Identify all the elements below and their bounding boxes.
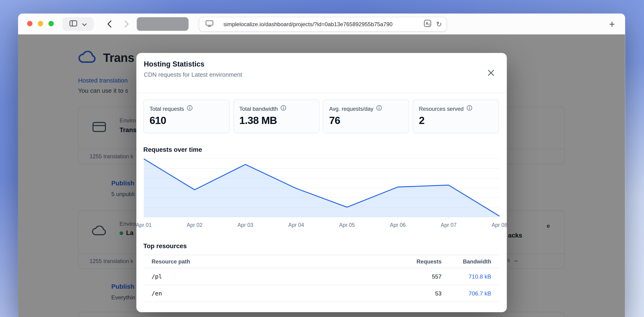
- bandwidth-link[interactable]: 706.7 kB: [442, 290, 499, 297]
- new-tab-button[interactable]: +: [604, 17, 620, 30]
- info-icon[interactable]: [187, 105, 193, 112]
- x-axis-label: Apr 03: [238, 222, 253, 228]
- info-icon[interactable]: [466, 105, 472, 112]
- table-row: /en 53 706.7 kB: [143, 285, 499, 302]
- stats-row: Total requests 610 Total bandwidth 1.38 …: [143, 99, 499, 133]
- back-button[interactable]: [102, 17, 117, 30]
- x-axis-label: Apr 06: [390, 222, 406, 228]
- close-icon: [488, 69, 494, 76]
- minimize-window-button[interactable]: [38, 21, 44, 26]
- x-axis-labels: Apr 01Apr 02Apr 03Apr 04Apr 05Apr 06Apr …: [144, 222, 500, 229]
- background-tab: [137, 17, 188, 30]
- requests-chart: [144, 158, 500, 220]
- reload-button[interactable]: ↻: [436, 21, 442, 27]
- modal-title: Hosting Statistics: [144, 60, 500, 68]
- stat-card-total-bandwidth: Total bandwidth 1.38 MB: [233, 99, 320, 133]
- chevron-right-icon: [124, 20, 129, 28]
- modal-header: Hosting Statistics CDN requests for Late…: [136, 53, 507, 93]
- stat-card-resources-served: Resources served 2: [413, 99, 499, 133]
- modal-body: Total requests 610 Total bandwidth 1.38 …: [136, 93, 507, 302]
- svg-text:文: 文: [428, 23, 430, 26]
- stat-value: 610: [150, 114, 224, 126]
- close-modal-button[interactable]: [486, 68, 496, 77]
- stat-card-avg-requests: Avg. requests/day 76: [323, 99, 409, 133]
- bandwidth-link[interactable]: 710.8 kB: [442, 273, 499, 280]
- website-icon: [205, 20, 214, 28]
- browser-toolbar: simplelocalize.io/dashboard/projects/?id…: [18, 13, 625, 34]
- url-field[interactable]: simplelocalize.io/dashboard/projects/?id…: [199, 17, 447, 32]
- url-text: simplelocalize.io/dashboard/projects/?id…: [224, 21, 416, 27]
- browser-window: simplelocalize.io/dashboard/projects/?id…: [18, 13, 625, 317]
- modal-subtitle: CDN requests for Latest environment: [144, 71, 500, 78]
- chevron-down-icon: [82, 20, 86, 28]
- x-axis-label: Apr 01: [136, 222, 152, 228]
- x-axis-label: Apr 05: [339, 222, 355, 228]
- sidebar-toggle-button[interactable]: [62, 17, 94, 30]
- x-axis-label: Apr 08: [492, 222, 507, 228]
- chevron-left-icon: [107, 20, 111, 28]
- desktop-wallpaper: simplelocalize.io/dashboard/projects/?id…: [0, 0, 644, 317]
- table-section-title: Top resources: [143, 242, 499, 250]
- x-axis-label: Apr 02: [187, 222, 202, 228]
- table-row: /pl 557 710.8 kB: [143, 268, 499, 285]
- hosting-statistics-modal: Hosting Statistics CDN requests for Late…: [136, 53, 507, 312]
- translate-icon[interactable]: A文: [424, 20, 431, 29]
- resource-path-cell: /pl: [143, 273, 392, 280]
- table-header-row: Resource path Requests Bandwidth: [143, 255, 499, 268]
- traffic-lights: [27, 21, 54, 26]
- zoom-window-button[interactable]: [48, 21, 54, 26]
- stat-value: 2: [419, 114, 493, 126]
- info-icon[interactable]: [376, 105, 382, 112]
- stat-label: Total bandwidth: [240, 106, 278, 112]
- close-window-button[interactable]: [27, 21, 33, 26]
- stat-label: Avg. requests/day: [329, 106, 374, 112]
- top-resources-table: Resource path Requests Bandwidth /pl 557…: [143, 255, 499, 302]
- stat-label: Total requests: [150, 106, 184, 112]
- stat-card-total-requests: Total requests 610: [143, 99, 230, 133]
- requests-cell: 53: [392, 290, 442, 297]
- x-axis-label: Apr 07: [441, 222, 456, 228]
- column-header-requests: Requests: [392, 258, 442, 265]
- sidebar-icon: [69, 20, 77, 28]
- stat-value: 1.38 MB: [240, 114, 314, 126]
- requests-cell: 557: [392, 273, 442, 280]
- column-header-bandwidth: Bandwidth: [442, 258, 499, 265]
- column-header-resource-path: Resource path: [143, 258, 392, 265]
- requests-chart-wrapper: Apr 01Apr 02Apr 03Apr 04Apr 05Apr 06Apr …: [144, 158, 500, 229]
- x-axis-label: Apr 04: [288, 222, 304, 228]
- info-icon[interactable]: [281, 105, 286, 112]
- resource-path-cell: /en: [143, 290, 392, 297]
- page-content: Trans Hosted translation You can use it …: [18, 34, 625, 317]
- chart-section-title: Requests over time: [143, 146, 499, 153]
- stat-value: 76: [329, 114, 403, 126]
- forward-button[interactable]: [119, 17, 134, 30]
- stat-label: Resources served: [419, 106, 464, 112]
